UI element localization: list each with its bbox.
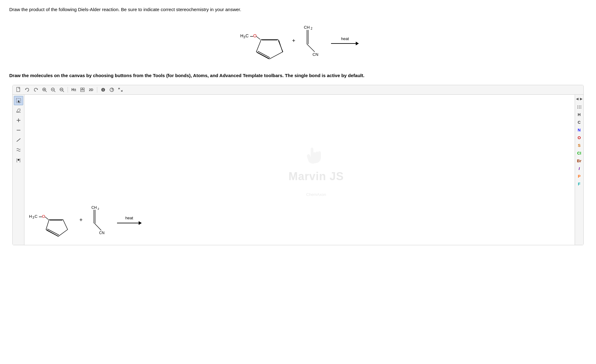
zoom-out-button[interactable] bbox=[50, 86, 57, 93]
bond-single-tool[interactable] bbox=[14, 135, 23, 145]
marvin-watermark-text: Marvin JS bbox=[288, 170, 344, 183]
add-atom-tool[interactable] bbox=[14, 116, 23, 125]
svg-text:C: C bbox=[246, 33, 249, 38]
svg-line-23 bbox=[45, 91, 47, 92]
info-button[interactable]: i bbox=[100, 86, 107, 93]
svg-rect-17 bbox=[17, 87, 20, 92]
diene-structure: H 3 C O bbox=[237, 19, 287, 63]
2d-button[interactable]: 2D bbox=[88, 86, 94, 93]
svg-point-68 bbox=[579, 105, 579, 106]
h-label-button[interactable]: H± bbox=[70, 86, 77, 93]
atom-o-button[interactable]: O bbox=[576, 134, 583, 141]
svg-point-67 bbox=[577, 105, 578, 106]
undo-button[interactable] bbox=[24, 86, 31, 93]
bottom-heat-label: heat bbox=[125, 216, 133, 220]
svg-text:2: 2 bbox=[311, 27, 313, 30]
bottom-dienophile: CH 2 CN bbox=[88, 203, 111, 237]
canvas-area[interactable]: Marvin JS ChemAxon H 3 C O bbox=[24, 95, 575, 245]
marvin-editor: H± 2D i ? bbox=[12, 85, 584, 245]
marvin-body: [] Marvin JS ChemAxon H 3 C bbox=[13, 95, 583, 245]
svg-text:i: i bbox=[103, 88, 104, 92]
toolbar-sep-1 bbox=[68, 87, 68, 93]
svg-text:[: [ bbox=[16, 158, 18, 162]
atom-h-button[interactable]: H bbox=[576, 111, 583, 118]
svg-line-59 bbox=[47, 230, 58, 236]
question-text: Draw the product of the following Diels-… bbox=[9, 6, 587, 13]
svg-line-26 bbox=[54, 91, 55, 92]
svg-line-65 bbox=[94, 223, 101, 230]
svg-text:2: 2 bbox=[98, 207, 99, 210]
atom-cl-button[interactable]: Cl bbox=[576, 150, 583, 157]
remove-atom-tool[interactable] bbox=[14, 126, 23, 135]
svg-text:H: H bbox=[240, 33, 243, 38]
atom-c-button[interactable]: C bbox=[576, 119, 583, 126]
svg-point-71 bbox=[579, 106, 579, 107]
help-button[interactable]: ? bbox=[108, 86, 115, 93]
atom-i-button[interactable]: I bbox=[576, 165, 583, 172]
right-nav: ◀ ▶ bbox=[575, 96, 583, 102]
svg-text:?: ? bbox=[111, 88, 113, 92]
bottom-diene: H 3 C O bbox=[27, 202, 74, 239]
svg-text:CH: CH bbox=[91, 205, 97, 210]
svg-text:]: ] bbox=[19, 158, 20, 162]
chemaxon-label: ChemAxon bbox=[306, 192, 326, 197]
plus-sign-top: + bbox=[292, 38, 296, 44]
layout-button[interactable] bbox=[79, 86, 86, 93]
ring-tool[interactable]: [] bbox=[14, 155, 23, 164]
svg-rect-33 bbox=[83, 88, 84, 89]
svg-text:O: O bbox=[253, 33, 257, 38]
new-document-button[interactable] bbox=[15, 86, 22, 93]
svg-text:3: 3 bbox=[32, 216, 34, 219]
zoom-fit-button[interactable] bbox=[58, 86, 65, 93]
heat-label-top: heat bbox=[341, 36, 349, 41]
atom-f-button[interactable]: F bbox=[576, 181, 583, 188]
atom-grid-button[interactable] bbox=[576, 104, 583, 110]
select-tool[interactable] bbox=[14, 96, 23, 105]
atom-br-button[interactable]: Br bbox=[576, 158, 583, 164]
nav-right-button[interactable]: ▶ bbox=[579, 96, 583, 102]
top-reaction-display: H 3 C O + CH 2 CN heat bbox=[9, 19, 587, 63]
svg-text:O: O bbox=[42, 214, 45, 219]
reaction-arrow-top: heat bbox=[331, 36, 359, 45]
svg-line-8 bbox=[279, 40, 283, 52]
atom-p-button[interactable]: P bbox=[576, 173, 583, 180]
svg-line-47 bbox=[17, 139, 20, 142]
svg-rect-32 bbox=[81, 88, 82, 89]
toolbar-sep-2 bbox=[97, 87, 97, 93]
top-toolbar: H± 2D i ? bbox=[13, 85, 583, 95]
atom-n-button[interactable]: N bbox=[576, 127, 583, 134]
zoom-in-button[interactable] bbox=[41, 86, 48, 93]
expand-button[interactable] bbox=[117, 86, 124, 93]
svg-line-56 bbox=[45, 217, 48, 220]
svg-point-50 bbox=[18, 159, 19, 161]
svg-marker-18 bbox=[25, 89, 26, 90]
svg-text:C: C bbox=[35, 214, 37, 219]
svg-text:CH: CH bbox=[304, 25, 310, 30]
svg-line-9 bbox=[257, 52, 269, 59]
svg-point-73 bbox=[577, 108, 578, 108]
svg-line-5 bbox=[256, 36, 260, 39]
dienophile-structure: CH 2 CN bbox=[301, 23, 325, 60]
svg-text:H: H bbox=[29, 214, 32, 219]
bond-double-tool[interactable] bbox=[14, 145, 23, 155]
svg-line-60 bbox=[47, 229, 59, 235]
svg-point-72 bbox=[580, 106, 581, 107]
svg-marker-6 bbox=[256, 39, 283, 59]
svg-rect-34 bbox=[81, 90, 84, 92]
svg-text:3: 3 bbox=[243, 35, 245, 39]
svg-point-75 bbox=[580, 108, 581, 108]
svg-point-70 bbox=[577, 106, 578, 107]
right-toolbar: ◀ ▶ H C N O bbox=[575, 95, 583, 245]
svg-point-74 bbox=[579, 108, 579, 108]
svg-line-10 bbox=[258, 51, 270, 58]
left-toolbar: [] bbox=[13, 95, 24, 245]
svg-text:CN: CN bbox=[313, 52, 318, 57]
redo-button[interactable] bbox=[32, 86, 39, 93]
bottom-arrow: heat bbox=[117, 216, 142, 225]
nav-left-button[interactable]: ◀ bbox=[575, 96, 579, 102]
svg-line-28 bbox=[63, 91, 64, 92]
svg-point-69 bbox=[580, 105, 581, 106]
erase-tool[interactable] bbox=[14, 106, 23, 115]
marvin-watermark: Marvin JS ChemAxon bbox=[288, 143, 344, 197]
atom-s-button[interactable]: S bbox=[576, 142, 583, 149]
